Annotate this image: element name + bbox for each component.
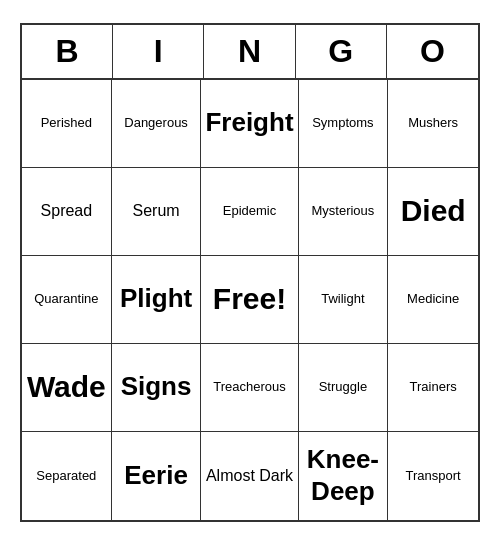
bingo-cell-24: Transport <box>388 432 478 520</box>
cell-text-8: Mysterious <box>311 203 374 219</box>
bingo-cell-18: Struggle <box>299 344 389 432</box>
bingo-cell-11: Plight <box>112 256 202 344</box>
bingo-cell-7: Epidemic <box>201 168 298 256</box>
cell-text-12: Free! <box>213 281 286 317</box>
bingo-cell-17: Treacherous <box>201 344 298 432</box>
bingo-cell-2: Freight <box>201 80 298 168</box>
header-letter-b: B <box>22 25 113 78</box>
cell-text-22: Almost Dark <box>206 466 293 485</box>
header-letter-i: I <box>113 25 204 78</box>
bingo-cell-6: Serum <box>112 168 202 256</box>
bingo-cell-10: Quarantine <box>22 256 112 344</box>
bingo-cell-3: Symptoms <box>299 80 389 168</box>
bingo-cell-0: Perished <box>22 80 112 168</box>
header-letter-o: O <box>387 25 478 78</box>
cell-text-20: Separated <box>36 468 96 484</box>
cell-text-2: Freight <box>205 107 293 138</box>
bingo-cell-20: Separated <box>22 432 112 520</box>
bingo-cell-5: Spread <box>22 168 112 256</box>
bingo-cell-1: Dangerous <box>112 80 202 168</box>
cell-text-7: Epidemic <box>223 203 276 219</box>
header-letter-g: G <box>296 25 387 78</box>
cell-text-0: Perished <box>41 115 92 131</box>
cell-text-13: Twilight <box>321 291 364 307</box>
bingo-cell-12: Free! <box>201 256 298 344</box>
cell-text-24: Transport <box>406 468 461 484</box>
cell-text-5: Spread <box>41 201 93 220</box>
bingo-header: BINGO <box>22 25 478 80</box>
header-letter-n: N <box>204 25 295 78</box>
cell-text-9: Died <box>401 193 466 229</box>
bingo-cell-14: Medicine <box>388 256 478 344</box>
cell-text-11: Plight <box>120 283 192 314</box>
cell-text-23: Knee-Deep <box>303 444 384 506</box>
cell-text-10: Quarantine <box>34 291 98 307</box>
cell-text-19: Trainers <box>410 379 457 395</box>
bingo-cell-9: Died <box>388 168 478 256</box>
bingo-cell-15: Wade <box>22 344 112 432</box>
cell-text-17: Treacherous <box>213 379 286 395</box>
bingo-card: BINGO PerishedDangerousFreightSymptomsMu… <box>20 23 480 522</box>
bingo-grid: PerishedDangerousFreightSymptomsMushersS… <box>22 80 478 520</box>
cell-text-21: Eerie <box>124 460 188 491</box>
cell-text-1: Dangerous <box>124 115 188 131</box>
cell-text-3: Symptoms <box>312 115 373 131</box>
bingo-cell-4: Mushers <box>388 80 478 168</box>
bingo-cell-23: Knee-Deep <box>299 432 389 520</box>
bingo-cell-21: Eerie <box>112 432 202 520</box>
cell-text-4: Mushers <box>408 115 458 131</box>
cell-text-6: Serum <box>133 201 180 220</box>
cell-text-15: Wade <box>27 369 106 405</box>
bingo-cell-22: Almost Dark <box>201 432 298 520</box>
bingo-cell-16: Signs <box>112 344 202 432</box>
bingo-cell-8: Mysterious <box>299 168 389 256</box>
cell-text-14: Medicine <box>407 291 459 307</box>
bingo-cell-19: Trainers <box>388 344 478 432</box>
bingo-cell-13: Twilight <box>299 256 389 344</box>
cell-text-18: Struggle <box>319 379 367 395</box>
cell-text-16: Signs <box>121 371 192 402</box>
